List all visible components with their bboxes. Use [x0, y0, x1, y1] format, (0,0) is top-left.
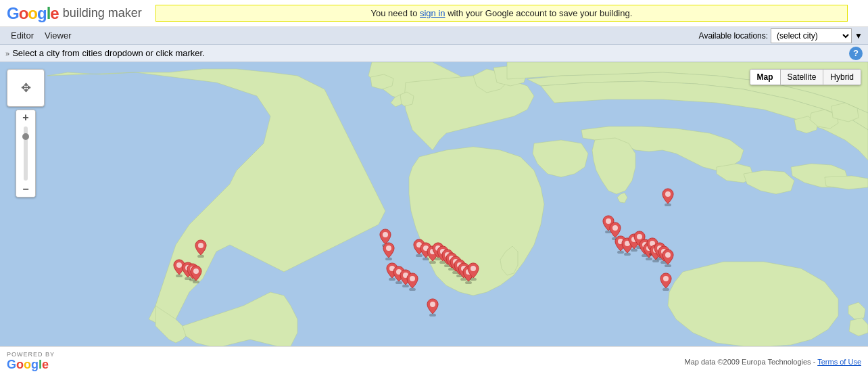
powered-by-text: POWERED BY	[7, 351, 55, 358]
signin-link[interactable]: sign in	[420, 8, 445, 18]
svg-point-46	[471, 266, 476, 271]
available-locations: Available locations: (select city) ▼	[699, 28, 863, 43]
svg-point-48	[430, 302, 435, 307]
signin-notice-before: You need to	[370, 8, 420, 18]
zoom-thumb[interactable]	[22, 133, 29, 140]
signin-notice-after: with your Google account to save your bu…	[445, 8, 633, 18]
map-marker[interactable]	[661, 187, 675, 206]
map-type-map[interactable]: Map	[750, 70, 781, 85]
footer-google-logo: Google	[7, 358, 49, 372]
svg-point-76	[665, 191, 671, 197]
svg-point-8	[193, 268, 199, 274]
svg-point-14	[386, 245, 391, 251]
terms-of-use-link[interactable]: Terms of Use	[817, 358, 861, 366]
map-type-buttons: Map Satellite Hybrid	[750, 69, 861, 85]
signin-notice: You need to sign in with your Google acc…	[155, 5, 848, 22]
map-marker[interactable]	[659, 272, 673, 291]
info-bar: » Select a city from cities dropdown or …	[0, 45, 868, 62]
google-logo: Google	[7, 4, 59, 23]
logo-area: Google building maker	[7, 4, 142, 23]
map-marker[interactable]	[406, 272, 419, 291]
svg-point-78	[663, 276, 669, 281]
app-name: building maker	[63, 6, 142, 20]
nav-editor[interactable]: Editor	[5, 29, 39, 42]
info-message: Select a city from cities dropdown or cl…	[12, 48, 205, 58]
zoom-bar: + −	[16, 110, 36, 197]
powered-by: POWERED BY Google	[7, 351, 55, 372]
available-locations-label: Available locations:	[699, 31, 769, 41]
nav-bar: Editor Viewer Available locations: (sele…	[0, 27, 868, 45]
map-marker[interactable]	[189, 264, 203, 283]
svg-point-10	[198, 243, 203, 248]
svg-point-22	[410, 276, 415, 281]
footer: POWERED BY Google Map data ©2009 Europa …	[0, 346, 868, 376]
map-marker[interactable]	[426, 298, 439, 316]
map-marker[interactable]	[466, 262, 480, 281]
map-type-hybrid[interactable]: Hybrid	[823, 70, 861, 85]
pan-arrows-icon: ✥	[21, 80, 31, 95]
map-marker[interactable]	[382, 241, 395, 260]
zoom-out-button[interactable]: −	[16, 182, 35, 197]
svg-point-12	[383, 232, 388, 237]
map-container[interactable]: ✥ + − Map Satellite Hybrid	[0, 62, 868, 346]
svg-point-52	[612, 225, 618, 231]
zoom-in-button[interactable]: +	[16, 110, 35, 125]
map-marker[interactable]	[194, 239, 208, 258]
info-arrow-icon: »	[5, 49, 9, 57]
app-header: Google building maker You need to sign i…	[0, 0, 868, 27]
dropdown-arrow-icon[interactable]: ▼	[854, 31, 863, 41]
map-data-info: Map data ©2009 Europa Technologies - Ter…	[685, 358, 861, 366]
map-marker[interactable]	[661, 248, 675, 267]
nav-viewer[interactable]: Viewer	[39, 29, 77, 42]
pan-control[interactable]: ✥	[7, 69, 45, 107]
svg-point-74	[665, 252, 671, 258]
map-data-text: Map data ©2009 Europa Technologies -	[685, 358, 818, 366]
map-controls: ✥ + −	[7, 69, 45, 197]
map-type-satellite[interactable]: Satellite	[781, 70, 824, 85]
city-select[interactable]: (select city)	[771, 28, 852, 43]
zoom-track[interactable]	[24, 126, 28, 181]
help-icon[interactable]: ?	[849, 47, 863, 60]
